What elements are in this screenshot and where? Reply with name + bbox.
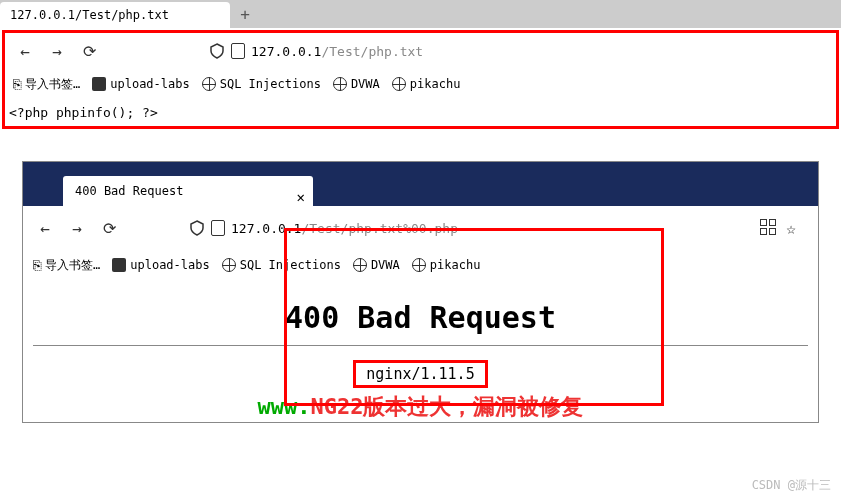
- folder-icon: [112, 258, 126, 272]
- reload-button[interactable]: ⟳: [77, 39, 101, 63]
- bookmark-label: SQL Injections: [220, 77, 321, 91]
- bookmark-sql-injections[interactable]: SQL Injections: [222, 258, 341, 272]
- bottom-browser: 400 Bad Request ✕ ← → ⟳ 127.0.0.1/Test/p…: [22, 161, 819, 423]
- url-text: 127.0.0.1/Test/php.txt%00.php: [231, 221, 458, 236]
- qr-icon[interactable]: [760, 219, 776, 235]
- browser-tab[interactable]: 400 Bad Request ✕: [63, 176, 313, 206]
- globe-icon: [392, 77, 406, 91]
- browser-tab[interactable]: 127.0.0.1/Test/php.txt: [0, 2, 230, 28]
- globe-icon: [412, 258, 426, 272]
- bookmark-upload-labs[interactable]: upload-labs: [92, 77, 189, 91]
- new-tab-button[interactable]: +: [230, 2, 260, 28]
- bookmarks-bar: ⎘导入书签… upload-labs SQL Injections DVWA p…: [23, 250, 818, 280]
- globe-icon: [333, 77, 347, 91]
- import-icon: ⎘: [33, 257, 41, 273]
- back-button[interactable]: ←: [33, 216, 57, 240]
- top-browser-highlight: ← → ⟳ 127.0.0.1/Test/php.txt ⎘导入书签… uplo…: [2, 30, 839, 129]
- bookmark-star-button[interactable]: ☆: [786, 219, 796, 238]
- bookmark-label: DVWA: [351, 77, 380, 91]
- shield-icon: [209, 43, 225, 59]
- bookmark-label: SQL Injections: [240, 258, 341, 272]
- url-text: 127.0.0.1/Test/php.txt: [251, 44, 423, 59]
- import-bookmarks[interactable]: ⎘导入书签…: [13, 76, 80, 93]
- bookmark-pikachu[interactable]: pikachu: [412, 258, 481, 272]
- bookmark-dvwa[interactable]: DVWA: [333, 77, 380, 91]
- import-icon: ⎘: [13, 76, 21, 92]
- top-tab-strip: 127.0.0.1/Test/php.txt +: [0, 0, 841, 28]
- bookmark-label: 导入书签…: [25, 76, 80, 93]
- forward-button[interactable]: →: [45, 39, 69, 63]
- server-info-row: nginx/1.11.5: [23, 346, 818, 392]
- globe-icon: [353, 258, 367, 272]
- error-heading: 400 Bad Request: [23, 290, 818, 345]
- watermark: CSDN @源十三: [752, 477, 831, 494]
- address-bar[interactable]: 127.0.0.1/Test/php.txt%00.php: [189, 220, 752, 236]
- shield-icon: [189, 220, 205, 236]
- bookmark-upload-labs[interactable]: upload-labs: [112, 258, 209, 272]
- forward-button[interactable]: →: [65, 216, 89, 240]
- server-version-box: nginx/1.11.5: [353, 360, 487, 388]
- bookmarks-bar: ⎘导入书签… upload-labs SQL Injections DVWA p…: [5, 69, 836, 99]
- bookmark-dvwa[interactable]: DVWA: [353, 258, 400, 272]
- bookmark-label: upload-labs: [130, 258, 209, 272]
- globe-icon: [222, 258, 236, 272]
- tab-title-text: 400 Bad Request: [75, 184, 183, 198]
- reload-button[interactable]: ⟳: [97, 216, 121, 240]
- footer-www: www.: [258, 394, 311, 419]
- folder-icon: [92, 77, 106, 91]
- nav-bar: ← → ⟳ 127.0.0.1/Test/php.txt%00.php ☆: [23, 206, 818, 250]
- globe-icon: [202, 77, 216, 91]
- bookmark-sql-injections[interactable]: SQL Injections: [202, 77, 321, 91]
- annotation-text: www.NG22版本过大，漏洞被修复: [23, 392, 818, 422]
- bookmark-label: upload-labs: [110, 77, 189, 91]
- browser-chrome: ← → ⟳ 127.0.0.1/Test/php.txt%00.php ☆ ⎘导…: [23, 206, 818, 422]
- page-icon: [211, 220, 225, 236]
- toolbar-right: ☆: [760, 219, 808, 238]
- tab-title-text: 127.0.0.1/Test/php.txt: [10, 8, 169, 22]
- bookmark-label: DVWA: [371, 258, 400, 272]
- footer-message: 版本过大，漏洞被修复: [363, 394, 583, 419]
- php-code-text: <?php phpinfo(); ?>: [9, 105, 158, 120]
- back-button[interactable]: ←: [13, 39, 37, 63]
- footer-mixed: NG22: [311, 394, 364, 419]
- bookmark-label: pikachu: [430, 258, 481, 272]
- bookmark-label: pikachu: [410, 77, 461, 91]
- address-bar[interactable]: 127.0.0.1/Test/php.txt: [209, 37, 423, 65]
- nav-bar: ← → ⟳ 127.0.0.1/Test/php.txt: [5, 33, 836, 69]
- close-tab-button[interactable]: ✕: [297, 182, 305, 212]
- bottom-tab-strip: 400 Bad Request ✕: [23, 162, 818, 206]
- page-icon: [231, 43, 245, 59]
- bookmark-label: 导入书签…: [45, 257, 100, 274]
- import-bookmarks[interactable]: ⎘导入书签…: [33, 257, 100, 274]
- bookmark-pikachu[interactable]: pikachu: [392, 77, 461, 91]
- page-content: <?php phpinfo(); ?>: [5, 99, 836, 126]
